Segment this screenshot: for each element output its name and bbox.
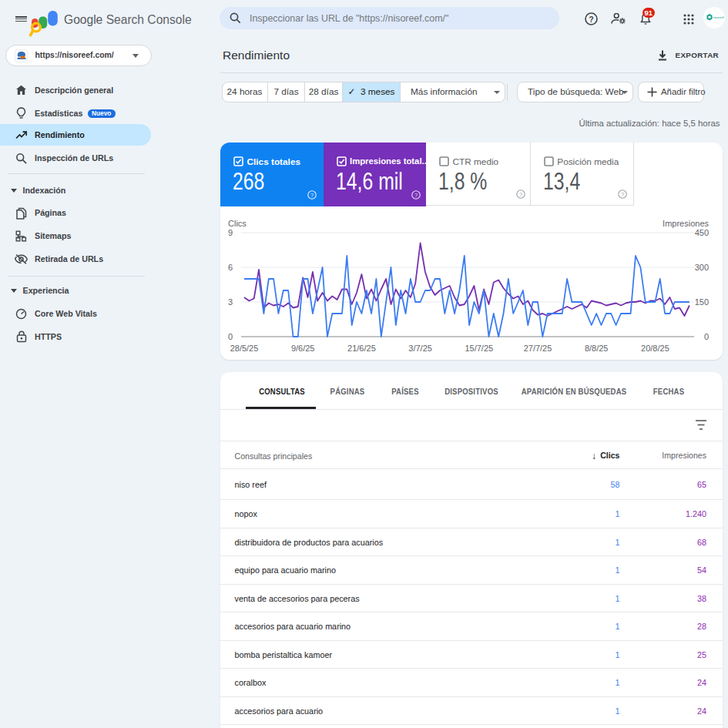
svg-text:20/8/25: 20/8/25 bbox=[641, 344, 669, 353]
svg-text:?: ? bbox=[310, 192, 314, 199]
svg-text:nisoreef: nisoreef bbox=[713, 15, 725, 19]
svg-text:0: 0 bbox=[704, 332, 709, 341]
svg-text:3/7/25: 3/7/25 bbox=[408, 344, 432, 353]
svg-text:28/5/25: 28/5/25 bbox=[230, 344, 259, 353]
svg-text:?: ? bbox=[414, 192, 418, 199]
svg-text:Clics: Clics bbox=[228, 219, 247, 228]
svg-text:9/6/25: 9/6/25 bbox=[291, 344, 315, 353]
svg-text:150: 150 bbox=[695, 297, 709, 307]
svg-text:0: 0 bbox=[228, 332, 233, 341]
svg-text:6: 6 bbox=[228, 263, 233, 272]
svg-text:300: 300 bbox=[695, 263, 709, 272]
svg-text:?: ? bbox=[589, 15, 593, 24]
svg-text:8/8/25: 8/8/25 bbox=[585, 344, 609, 353]
svg-text:?: ? bbox=[518, 191, 522, 198]
svg-text:?: ? bbox=[621, 191, 624, 198]
svg-text:15/7/25: 15/7/25 bbox=[465, 344, 493, 353]
svg-text:3: 3 bbox=[228, 297, 233, 307]
svg-text:21/6/25: 21/6/25 bbox=[347, 344, 376, 353]
svg-text:Impresiones: Impresiones bbox=[663, 219, 709, 228]
svg-text:450: 450 bbox=[695, 228, 709, 237]
svg-text:9: 9 bbox=[228, 228, 233, 237]
svg-text:27/7/25: 27/7/25 bbox=[524, 344, 552, 353]
